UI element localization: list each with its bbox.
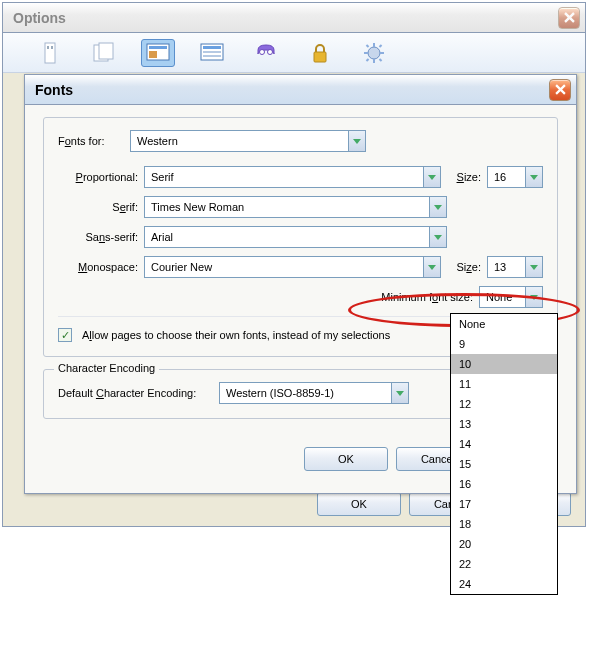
svg-point-13	[268, 49, 273, 54]
dropdown-item[interactable]: 14	[451, 434, 557, 454]
proportional-label: Proportional:	[58, 171, 138, 183]
proportional-value: Serif	[151, 171, 174, 183]
svg-rect-9	[203, 46, 221, 49]
dropdown-item[interactable]: 11	[451, 374, 557, 394]
fonts-title: Fonts	[35, 82, 73, 98]
character-encoding-legend: Character Encoding	[54, 362, 159, 374]
dropdown-item[interactable]: 9	[451, 334, 557, 354]
fonts-ok-button[interactable]: OK	[304, 447, 388, 471]
svg-rect-17	[373, 59, 375, 63]
chevron-down-icon	[348, 131, 365, 151]
minimum-font-size-value: None	[486, 291, 512, 303]
fonts-titlebar: Fonts	[25, 75, 576, 105]
options-ok-button[interactable]: OK	[317, 492, 401, 516]
allow-pages-checkbox[interactable]: ✓	[58, 328, 72, 342]
toolbar-security-icon[interactable]	[303, 39, 337, 67]
options-title: Options	[13, 10, 66, 26]
svg-rect-18	[364, 52, 368, 54]
toolbar-content-icon[interactable]	[141, 39, 175, 67]
sans-serif-value: Arial	[151, 231, 173, 243]
proportional-size-value: 16	[494, 171, 506, 183]
serif-select[interactable]: Times New Roman	[144, 196, 447, 218]
minimum-font-size-dropdown[interactable]: None9101112131415161718202224	[450, 313, 558, 595]
svg-point-12	[260, 49, 265, 54]
options-titlebar: Options	[3, 3, 585, 33]
monospace-select[interactable]: Courier New	[144, 256, 441, 278]
serif-label: Serif:	[58, 201, 138, 213]
proportional-size-select[interactable]: 16	[487, 166, 543, 188]
chevron-down-icon	[525, 287, 542, 307]
default-encoding-label: Default Character Encoding:	[58, 387, 213, 399]
fonts-for-select[interactable]: Western	[130, 130, 366, 152]
svg-rect-2	[51, 46, 53, 49]
chevron-down-icon	[429, 197, 446, 217]
svg-rect-11	[203, 55, 221, 57]
minimum-font-size-select[interactable]: None	[479, 286, 543, 308]
proportional-size-label: Size:	[447, 171, 481, 183]
options-close-button[interactable]	[558, 7, 580, 29]
sans-serif-label: Sans-serif:	[58, 231, 138, 243]
dropdown-item[interactable]: 10	[451, 354, 557, 374]
chevron-down-icon	[391, 383, 408, 403]
toolbar-tabs-icon[interactable]	[87, 39, 121, 67]
monospace-value: Courier New	[151, 261, 212, 273]
svg-rect-23	[379, 58, 383, 62]
svg-rect-14	[314, 52, 326, 62]
dropdown-item[interactable]: 18	[451, 514, 557, 534]
options-toolbar	[3, 33, 585, 73]
svg-rect-0	[45, 43, 55, 63]
toolbar-main-icon[interactable]	[33, 39, 67, 67]
svg-rect-21	[379, 44, 383, 48]
chevron-down-icon	[429, 227, 446, 247]
svg-rect-10	[203, 51, 221, 53]
minimum-font-size-label: Minimum font size:	[381, 291, 473, 303]
serif-value: Times New Roman	[151, 201, 244, 213]
toolbar-privacy-icon[interactable]	[249, 39, 283, 67]
svg-rect-16	[373, 43, 375, 47]
svg-rect-1	[47, 46, 49, 49]
allow-pages-label: Allow pages to choose their own fonts, i…	[82, 329, 390, 341]
chevron-down-icon	[423, 167, 440, 187]
dropdown-item[interactable]: 20	[451, 534, 557, 554]
ok-label: OK	[351, 498, 367, 510]
toolbar-applications-icon[interactable]	[195, 39, 229, 67]
fonts-for-value: Western	[137, 135, 178, 147]
monospace-size-label: Size:	[447, 261, 481, 273]
svg-rect-4	[99, 43, 113, 59]
dropdown-item[interactable]: 16	[451, 474, 557, 494]
dropdown-item[interactable]: 24	[451, 574, 557, 594]
default-encoding-value: Western (ISO-8859-1)	[226, 387, 334, 399]
fonts-close-button[interactable]	[549, 79, 571, 101]
chevron-down-icon	[525, 167, 542, 187]
svg-point-15	[368, 47, 380, 59]
dropdown-item[interactable]: 12	[451, 394, 557, 414]
dropdown-item[interactable]: 15	[451, 454, 557, 474]
dropdown-item[interactable]: 17	[451, 494, 557, 514]
svg-rect-6	[149, 46, 167, 49]
dropdown-item[interactable]: 13	[451, 414, 557, 434]
dropdown-item[interactable]: 22	[451, 554, 557, 574]
chevron-down-icon	[525, 257, 542, 277]
dropdown-item[interactable]: None	[451, 314, 557, 334]
sans-serif-select[interactable]: Arial	[144, 226, 447, 248]
ok-label: OK	[338, 453, 354, 465]
default-encoding-select[interactable]: Western (ISO-8859-1)	[219, 382, 409, 404]
svg-rect-20	[366, 44, 370, 48]
fonts-for-label: Fonts for:	[58, 135, 124, 147]
monospace-label: Monospace:	[58, 261, 138, 273]
chevron-down-icon	[423, 257, 440, 277]
toolbar-advanced-icon[interactable]	[357, 39, 391, 67]
proportional-select[interactable]: Serif	[144, 166, 441, 188]
monospace-size-value: 13	[494, 261, 506, 273]
svg-rect-22	[366, 58, 370, 62]
svg-rect-7	[149, 51, 157, 58]
monospace-size-select[interactable]: 13	[487, 256, 543, 278]
svg-rect-19	[380, 52, 384, 54]
